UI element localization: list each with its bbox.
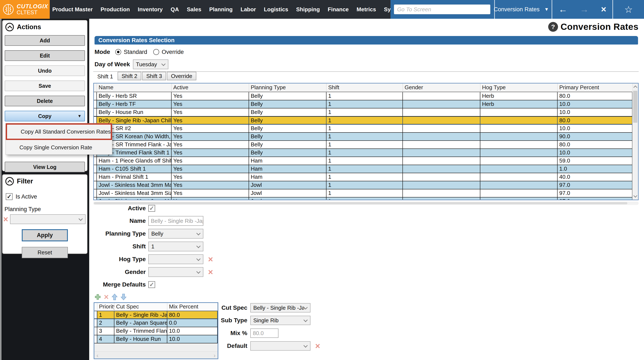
action-button[interactable]: Undo — [5, 65, 85, 76]
action-button[interactable]: Add — [5, 35, 85, 46]
active-checkbox[interactable]: ✓ — [148, 205, 155, 212]
menu-item[interactable]: Finance — [328, 6, 349, 13]
move-down-icon[interactable] — [120, 294, 126, 300]
cell-hog-type — [480, 149, 558, 157]
table-row[interactable]: Belly - SR Trimmed Flank - Japan Yes Bel… — [94, 141, 632, 149]
default-select[interactable] — [250, 341, 310, 351]
table-row[interactable]: Belly - Single Rib -Japan Chilled S Yes … — [94, 117, 632, 125]
mode-radio-option[interactable]: Standard — [115, 49, 147, 55]
table-row[interactable]: Ham - Primal Shift 1 Yes Ham 1 40.0 — [94, 173, 632, 181]
table-row[interactable]: Belly - House Run Yes Belly 1 10.0 — [94, 108, 632, 117]
grid-column-header[interactable]: Shift — [326, 83, 403, 92]
delete-row-icon[interactable]: × — [104, 293, 108, 301]
scroll-down-icon[interactable] — [633, 194, 637, 197]
mix-percent-input[interactable]: 80.0 — [250, 329, 278, 338]
mix-column-header[interactable]: Cut Spec — [114, 303, 167, 311]
grid-column-header[interactable]: Active — [172, 83, 249, 92]
table-row[interactable]: Belly - Herb TF Yes Belly 1 Herb 10.0 — [94, 100, 632, 108]
clear-default-icon[interactable]: × — [314, 342, 321, 350]
help-icon[interactable]: ? — [548, 22, 558, 32]
action-button[interactable]: Delete — [5, 96, 85, 106]
menu-item[interactable]: Logistics — [264, 6, 288, 13]
scroll-right-icon[interactable]: › — [214, 352, 216, 359]
action-button[interactable]: Edit — [5, 50, 85, 61]
menu-item[interactable]: Copy All Standard Conversion Rates — [6, 123, 112, 140]
close-icon[interactable]: × — [601, 4, 606, 14]
mix-percent-field-row: Mix % 80.0 — [198, 329, 278, 338]
table-row[interactable]: Jowl - Skinless Meat 6mm Max Sl Yes Jowl… — [94, 197, 632, 199]
planning-type-select[interactable]: Belly — [148, 229, 203, 239]
clear-hog-type-icon[interactable]: × — [207, 255, 214, 263]
grid-vertical-scrollbar[interactable] — [632, 83, 638, 199]
grid-column-header[interactable]: Gender — [403, 83, 480, 92]
grid-column-header[interactable]: Primary Percent — [558, 83, 632, 92]
favorite-star-icon[interactable]: ☆ — [624, 4, 633, 15]
mode-radio-option[interactable]: Override — [153, 49, 184, 55]
gender-select[interactable] — [148, 267, 203, 277]
sub-type-select[interactable]: Single Rib — [250, 316, 310, 325]
mix-corner-cell — [94, 303, 97, 311]
tab[interactable]: Override — [167, 72, 196, 80]
is-active-checkbox[interactable]: ✓ — [6, 193, 12, 200]
merge-defaults-checkbox[interactable]: ✓ — [148, 281, 155, 288]
tab[interactable]: Shift 1 — [94, 72, 117, 81]
menu-item[interactable]: Metrics — [356, 6, 376, 13]
menu-item[interactable]: QA — [171, 6, 179, 13]
name-input[interactable]: Belly - Single Rib -Japan — [148, 216, 203, 226]
clear-filter-icon[interactable]: × — [2, 215, 9, 223]
add-row-icon[interactable] — [94, 294, 101, 300]
move-up-icon[interactable] — [112, 294, 118, 300]
cell-active: Yes — [172, 117, 249, 124]
cell-planning-type: Jowl — [249, 189, 326, 197]
shift-select[interactable]: 1 — [148, 242, 203, 251]
menu-item[interactable]: Labor — [240, 6, 256, 13]
collapse-chevron-icon[interactable] — [5, 177, 14, 185]
table-row[interactable]: Ham - 1 Piece Glands off Shift 1 Yes Ham… — [94, 157, 632, 165]
grid-column-header[interactable]: Planning Type — [249, 83, 326, 92]
action-button[interactable]: Save — [5, 81, 85, 91]
collapse-chevron-icon[interactable] — [5, 23, 14, 31]
menu-item[interactable]: Product Master — [52, 6, 92, 13]
menu-item[interactable]: Sales — [187, 6, 202, 13]
table-row[interactable]: Belly - Trimmed Flank Shift 1 Yes Belly … — [94, 149, 632, 157]
menu-item[interactable]: Planning — [209, 6, 232, 13]
cut-spec-select[interactable]: Belly - Single Rib -Japa — [250, 303, 310, 313]
scrollbar-thumb[interactable] — [633, 91, 638, 123]
grid-column-header[interactable]: Hog Type — [480, 83, 558, 92]
screen-dropdown[interactable]: Conversion Rates ▼ — [495, 6, 548, 13]
grid-horizontal-scrollbar[interactable] — [93, 201, 639, 205]
day-of-week-select[interactable]: Tuesday — [133, 59, 168, 69]
reset-button[interactable]: Reset — [22, 247, 68, 258]
back-arrow-icon[interactable]: ← — [558, 4, 568, 14]
hog-type-select[interactable] — [148, 254, 203, 264]
main-menu: Product MasterProductionInventoryQASales… — [52, 0, 404, 19]
go-to-screen-input[interactable] — [394, 4, 490, 14]
clear-gender-icon[interactable]: × — [207, 268, 214, 276]
scrollbar-thumb[interactable] — [94, 202, 627, 204]
grid-column-header[interactable]: Name — [97, 83, 172, 92]
table-row[interactable]: Jowl - Skinless Meat 3mm Max Sl Yes Jowl… — [94, 181, 632, 189]
mix-horizontal-scrollbar[interactable]: ‹ › — [94, 352, 218, 359]
tab[interactable]: Shift 3 — [142, 72, 166, 80]
menu-item[interactable]: Inventory — [138, 6, 162, 13]
table-row[interactable]: Ham - C105 Shift 1 Yes Ham 1 1.0 — [94, 165, 632, 173]
menu-item[interactable]: Production — [100, 6, 130, 13]
copy-button[interactable]: Copy ▼ — [5, 111, 85, 121]
scroll-up-icon[interactable] — [633, 85, 637, 89]
table-row[interactable]: Jowl - Skinless Meat 3mm Sized S Yes Jow… — [94, 189, 632, 197]
forward-arrow-icon[interactable]: → — [580, 4, 589, 14]
apply-button[interactable]: Apply — [22, 229, 68, 241]
table-row[interactable]: Belly - SR Korean (No Width, All B Yes B… — [94, 133, 632, 141]
cell-shift: 1 — [326, 173, 403, 181]
menu-item[interactable]: Shipping — [296, 6, 320, 13]
tab[interactable]: Shift 2 — [118, 72, 142, 80]
mix-column-header[interactable]: Priority — [97, 303, 114, 311]
table-row[interactable]: Belly - SR #2 Yes Belly 1 10.0 — [94, 125, 632, 133]
menu-item[interactable]: Copy Single Conversion Rate — [6, 140, 112, 155]
cell-hog-type — [480, 197, 558, 199]
view-log-button[interactable]: View Log — [5, 162, 85, 172]
table-row[interactable]: Belly - Herb SR Yes Belly 1 Herb 80.0 — [94, 92, 632, 100]
scroll-left-icon[interactable]: ‹ — [96, 352, 98, 359]
planning-type-filter-select[interactable] — [10, 214, 86, 224]
copy-dropdown-menu: Copy All Standard Conversion RatesCopy S… — [6, 123, 112, 155]
